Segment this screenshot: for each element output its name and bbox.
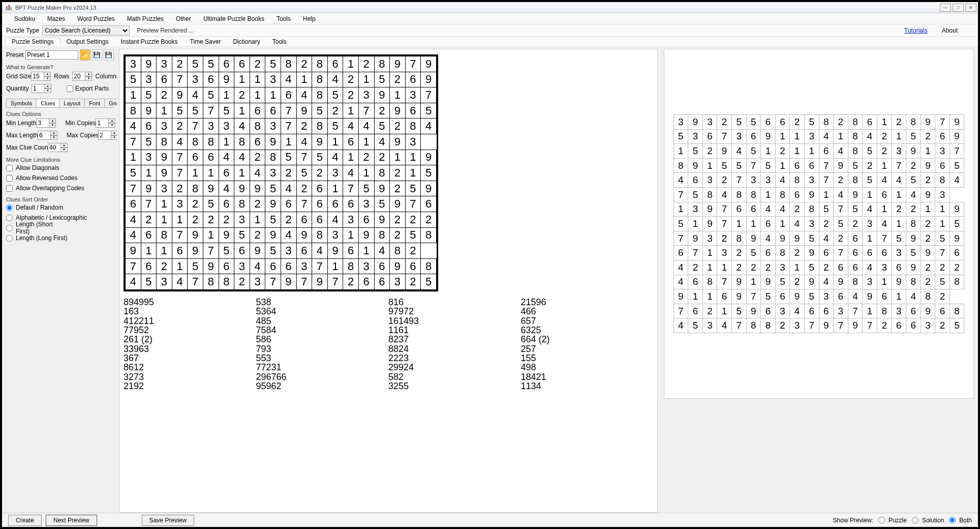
sort-order-label: Clues Sort Order (6, 196, 114, 202)
min-length-input[interactable] (36, 119, 49, 128)
window-title: BPT Puzzle Maker Pro v2024.13 (15, 5, 96, 11)
clue-item: 3273 (124, 372, 256, 381)
saveas-preset-button[interactable]: 💾 (104, 49, 114, 61)
settings-panel: Preset 📂 💾 💾 What to Generate? Grid Size… (2, 47, 117, 513)
clue-item: 6325 (521, 326, 654, 335)
sort-alpha-radio[interactable] (6, 215, 13, 221)
clue-item: 1161 (388, 326, 521, 335)
sort-default-radio[interactable] (6, 204, 13, 211)
show-both-radio[interactable] (949, 517, 956, 523)
tab-output-settings[interactable]: Output Settings (60, 38, 115, 45)
clues-options-label: Clues Options (6, 111, 114, 117)
min-copies-input[interactable] (96, 119, 109, 128)
qty-down[interactable]: ▼ (44, 89, 51, 93)
clue-item: 296766 (256, 372, 389, 381)
max-length-label: Max Length (6, 132, 38, 139)
tab-tools[interactable]: Tools (266, 38, 293, 45)
preset-input[interactable] (25, 50, 78, 60)
clue-item: 155 (521, 354, 654, 363)
clue-item: 29924 (388, 363, 521, 372)
tab-puzzle-settings[interactable]: Puzzle Settings (5, 38, 60, 45)
allow-diagonals-checkbox[interactable] (6, 165, 13, 171)
menu-math-puzzles[interactable]: Math Puzzles (121, 15, 170, 22)
show-preview-label: Show Preview: (833, 517, 873, 524)
subtab-layout[interactable]: Layout (59, 99, 85, 107)
save-preview-button[interactable]: Save Preview (142, 515, 194, 526)
rows-input[interactable] (31, 72, 44, 81)
min-copies-label: Min Copies (65, 120, 96, 127)
clue-item: 538 (256, 298, 389, 307)
clue-item: 586 (256, 335, 389, 344)
clue-item: 18421 (521, 372, 654, 381)
clues-list: 89499516341221177952261 (2)3396336786123… (124, 298, 653, 391)
svg-rect-0 (6, 6, 8, 10)
max-length-input[interactable] (38, 131, 51, 140)
settings-tabs: Puzzle SettingsOutput SettingsInstant Pu… (2, 37, 978, 47)
what-to-generate-label: What to Generate? (6, 64, 114, 70)
clue-item: 97972 (388, 307, 521, 316)
menu-tools[interactable]: Tools (270, 15, 297, 22)
export-parts-label: Export Parts (75, 85, 109, 92)
cols-input[interactable] (72, 72, 85, 81)
tab-dictionary[interactable]: Dictionary (227, 38, 266, 45)
menu-ultimate-puzzle-books[interactable]: Ultimate Puzzle Books (197, 15, 270, 22)
menu-other[interactable]: Other (170, 15, 197, 22)
clue-item: 257 (521, 344, 654, 354)
allow-reversed-checkbox[interactable] (6, 175, 13, 182)
subtab-symbols[interactable]: Symbols (6, 99, 37, 107)
min-length-label: Min Length (6, 120, 36, 127)
tutorials-link[interactable]: Tutorials (904, 27, 928, 34)
qty-up[interactable]: ▲ (44, 84, 51, 89)
close-button[interactable]: ✕ (965, 4, 976, 12)
quantity-input[interactable] (32, 84, 45, 93)
clue-item: 8824 (388, 344, 521, 354)
clue-item: 33963 (124, 344, 256, 354)
clue-item: 163 (124, 307, 256, 316)
save-preset-button[interactable]: 💾 (92, 49, 102, 61)
solution-grid: 3932556625828612897953673691134184215269… (673, 114, 965, 333)
cols-label: Columns (95, 73, 119, 80)
max-clue-input[interactable] (48, 143, 61, 152)
clue-item: 412211 (124, 316, 256, 326)
tab-time-saver[interactable]: Time Saver (184, 38, 227, 45)
subtab-font[interactable]: Font (84, 99, 105, 107)
clue-item: 8612 (124, 363, 256, 372)
sort-long-radio[interactable] (6, 235, 13, 242)
menu-sudoku[interactable]: Sudoku (8, 15, 41, 22)
puzzle-preview-panel: 3932556625828612897953673691134184215269… (117, 47, 662, 513)
menu-word-puzzles[interactable]: Word Puzzles (71, 15, 121, 22)
tab-instant-puzzle-books[interactable]: Instant Puzzle Books (114, 38, 183, 45)
footer: Create Next Preview Save Preview Show Pr… (2, 513, 978, 527)
open-preset-button[interactable]: 📂 (80, 49, 90, 61)
clue-item: 367 (124, 354, 256, 363)
rows-down[interactable]: ▼ (44, 76, 51, 81)
subtab-clues[interactable]: Clues (36, 99, 59, 107)
solution-preview-panel: 3932556625828612897953673691134184215269… (662, 47, 978, 513)
maximize-button[interactable]: □ (953, 4, 964, 12)
clue-item: 793 (256, 344, 389, 354)
max-copies-input[interactable] (98, 131, 111, 140)
puzzle-type-select[interactable]: Code Search (Licensed) (42, 25, 130, 36)
sort-short-radio[interactable] (6, 225, 13, 231)
minimize-button[interactable]: — (940, 4, 951, 12)
rows-up[interactable]: ▲ (44, 72, 51, 76)
clue-item: 77231 (256, 363, 389, 372)
menu-help[interactable]: Help (297, 15, 322, 22)
clue-item: 261 (2) (124, 335, 256, 344)
export-parts-checkbox[interactable] (67, 85, 73, 92)
show-solution-radio[interactable] (912, 517, 918, 523)
clue-item: 657 (521, 316, 654, 326)
clue-item: 95962 (256, 381, 389, 391)
menu-mazes[interactable]: Mazes (41, 15, 71, 22)
puzzle-grid: 3932556625828612897953673691134184215269… (124, 54, 438, 291)
puzzle-type-label: Puzzle Type (6, 27, 39, 34)
cols-up[interactable]: ▲ (85, 72, 92, 76)
about-link[interactable]: About (942, 27, 958, 34)
allow-overlap-checkbox[interactable] (6, 185, 13, 192)
titlebar: BPT Puzzle Maker Pro v2024.13 — □ ✕ (2, 2, 978, 13)
next-preview-button[interactable]: Next Preview (46, 515, 97, 526)
option-tabs: SymbolsCluesLayoutFontGrid Styling◂▸ (6, 99, 114, 108)
create-button[interactable]: Create (8, 515, 42, 526)
cols-down[interactable]: ▼ (85, 76, 92, 81)
show-puzzle-radio[interactable] (878, 517, 885, 523)
